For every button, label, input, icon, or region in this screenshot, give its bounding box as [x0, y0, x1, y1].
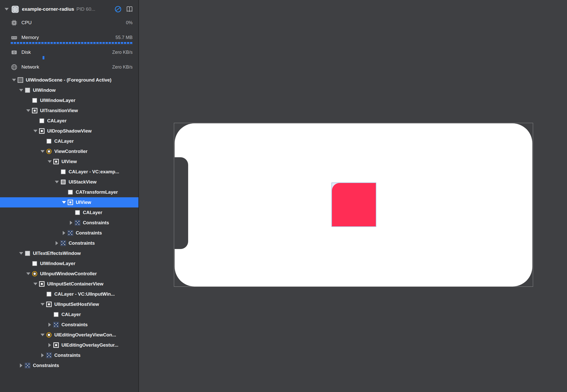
tree-item-label: CALayer - VC:examp... — [69, 169, 119, 175]
disclosure-triangle[interactable] — [61, 228, 67, 238]
tree-row[interactable]: UIDropShadowView — [0, 126, 138, 136]
disclosure-triangle[interactable] — [61, 197, 67, 207]
disclosure-triangle[interactable] — [11, 75, 17, 85]
disclosure-triangle — [25, 258, 32, 269]
tree-item-label: Constraints — [33, 363, 59, 368]
disclosure-triangle[interactable] — [18, 248, 24, 258]
xcode-view-debugger: example-corner-radius PID 60... CPU0%Mem… — [0, 0, 567, 392]
constraints-icon — [46, 352, 52, 358]
tree-row[interactable]: CALayer — [0, 207, 138, 218]
tree-item-label: UIEditingOverlayGestur... — [61, 342, 118, 348]
tree-row[interactable]: Constraints — [0, 218, 138, 228]
tree-row[interactable]: CALayer — [0, 116, 138, 126]
tree-item-label: CALayer — [47, 118, 67, 124]
tree-row[interactable]: UITextEffectsWindow — [0, 248, 138, 258]
tree-row[interactable]: UIWindowLayer — [0, 95, 138, 106]
memory-icon — [11, 34, 18, 41]
disclosure-triangle[interactable] — [25, 269, 32, 279]
tree-item-label: CALayer — [61, 312, 81, 317]
process-name: example-corner-radius — [22, 6, 74, 12]
disclosure-triangle[interactable] — [4, 8, 10, 10]
view-controller-icon — [46, 332, 52, 338]
tree-item-label: UITextEffectsWindow — [33, 251, 81, 256]
selected-view-highlight[interactable] — [331, 182, 376, 227]
gauge-value: Zero KB/s — [112, 64, 133, 70]
pink-rounded-view[interactable] — [332, 183, 376, 226]
tree-row[interactable]: Constraints — [0, 320, 138, 330]
tree-item-label: CALayer — [83, 210, 102, 215]
tree-row[interactable]: UIWindowLayer — [0, 258, 138, 269]
disclosure-triangle[interactable] — [32, 126, 39, 136]
process-row[interactable]: example-corner-radius PID 60... — [0, 3, 138, 15]
layer-icon — [74, 210, 81, 216]
disclosure-triangle — [61, 187, 67, 197]
disk-usage-tick — [43, 56, 44, 59]
disclosure-triangle[interactable] — [68, 218, 74, 228]
tree-item-label: Constraints — [83, 220, 109, 226]
tree-item-label: CALayer - VC:UIInputWin... — [54, 291, 115, 297]
tree-row[interactable]: UIWindow — [0, 85, 138, 95]
gauge-label: Network — [21, 64, 39, 70]
slashed-circle-icon[interactable] — [114, 5, 122, 13]
gauge-row-memory[interactable]: Memory55.7 MB — [0, 30, 138, 45]
disclosure-triangle[interactable] — [54, 177, 60, 187]
tree-row[interactable]: Constraints — [0, 360, 138, 371]
disclosure-triangle[interactable] — [25, 106, 32, 116]
tree-item-label: UIEditingOverlayViewCon... — [54, 332, 116, 338]
tree-row[interactable]: UIEditingOverlayGestur... — [0, 340, 138, 350]
disclosure-triangle — [68, 207, 74, 218]
tree-row[interactable]: UIView — [0, 197, 138, 207]
tree-row[interactable]: UIInputSetHostView — [0, 299, 138, 309]
gauge-row-cpu[interactable]: CPU0% — [0, 15, 138, 30]
device-canvas[interactable] — [139, 0, 567, 392]
disclosure-triangle[interactable] — [18, 85, 24, 95]
gauge-label: CPU — [21, 20, 32, 25]
gauge-row-disk[interactable]: DiskZero KB/s — [0, 45, 138, 60]
tree-row[interactable]: UIView — [0, 156, 138, 167]
tree-row[interactable]: CALayer - VC:examp... — [0, 167, 138, 177]
tree-item-label: UIWindowLayer — [40, 98, 75, 103]
gauge-value: Zero KB/s — [112, 50, 133, 55]
disclosure-triangle[interactable] — [39, 330, 46, 340]
gauge-label: Disk — [21, 49, 31, 55]
tree-row[interactable]: CALayer - VC:UIInputWin... — [0, 289, 138, 299]
window-scene-icon — [17, 77, 23, 83]
tree-item-label: ViewController — [54, 149, 87, 154]
constraints-icon — [24, 362, 31, 369]
performance-gauges: CPU0%Memory55.7 MBDiskZero KB/sNetworkZe… — [0, 15, 138, 74]
book-icon[interactable] — [126, 5, 133, 13]
memory-usage-track — [11, 44, 133, 45]
gauge-row-network[interactable]: NetworkZero KB/s — [0, 60, 138, 74]
tree-row[interactable]: UIWindowScene - (Foreground Active) — [0, 75, 138, 85]
tree-item-label: UITransitionView — [40, 108, 78, 113]
constraints-icon — [60, 240, 66, 246]
tree-row[interactable]: UIEditingOverlayViewCon... — [0, 330, 138, 340]
tree-row[interactable]: UIInputWindowController — [0, 269, 138, 279]
tree-row[interactable]: ViewController — [0, 146, 138, 156]
disclosure-triangle — [39, 136, 46, 146]
tree-row[interactable]: CATransformLayer — [0, 187, 138, 197]
tree-item-label: UIView — [61, 159, 77, 164]
tree-row[interactable]: UIInputSetContainerView — [0, 279, 138, 289]
tree-row[interactable]: Constraints — [0, 238, 138, 248]
disclosure-triangle[interactable] — [39, 350, 46, 360]
disclosure-triangle[interactable] — [54, 238, 60, 248]
tree-row[interactable]: Constraints — [0, 350, 138, 360]
disclosure-triangle[interactable] — [46, 340, 53, 350]
tree-item-label: CALayer — [54, 138, 74, 144]
gauge-value: 55.7 MB — [115, 35, 133, 40]
tree-item-label: UIDropShadowView — [47, 128, 92, 134]
tree-row[interactable]: UIStackView — [0, 177, 138, 187]
disclosure-triangle[interactable] — [46, 156, 53, 167]
disclosure-triangle[interactable] — [46, 320, 53, 330]
view-icon — [32, 108, 38, 114]
disclosure-triangle[interactable] — [39, 299, 46, 309]
process-pid: PID 60... — [76, 6, 95, 12]
tree-row[interactable]: UITransitionView — [0, 106, 138, 116]
disclosure-triangle[interactable] — [39, 146, 46, 156]
tree-row[interactable]: CALayer — [0, 309, 138, 320]
disclosure-triangle[interactable] — [32, 279, 39, 289]
disclosure-triangle[interactable] — [18, 360, 24, 371]
tree-row[interactable]: Constraints — [0, 228, 138, 238]
tree-row[interactable]: CALayer — [0, 136, 138, 146]
